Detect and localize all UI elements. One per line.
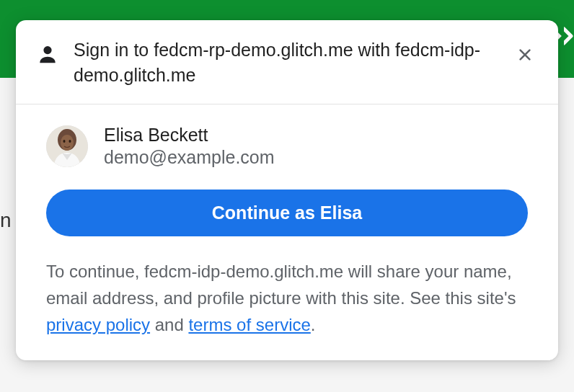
svg-point-6 [69,140,71,143]
svg-point-4 [61,135,74,151]
close-icon [517,47,533,63]
background-partial-text: n [0,209,12,232]
disclosure-connector: and [150,315,188,334]
account-name: Elisa Beckett [104,125,275,146]
svg-point-5 [63,140,66,143]
chevron-right-icon [564,26,574,46]
terms-of-service-link[interactable]: terms of service [188,315,310,334]
disclosure-suffix: . [311,315,316,334]
svg-point-0 [43,46,51,54]
fedcm-signin-dialog: Sign in to fedcm-rp-demo.glitch.me with … [16,20,558,360]
person-icon [36,37,59,66]
dialog-title: Sign in to fedcm-rp-demo.glitch.me with … [74,37,498,88]
account-row[interactable]: Elisa Beckett demo@example.com [46,125,528,168]
avatar [46,125,88,167]
disclosure-prefix: To continue, fedcm-idp-demo.glitch.me wi… [46,262,516,308]
privacy-policy-link[interactable]: privacy policy [46,315,150,334]
close-button[interactable] [512,42,538,68]
disclosure-text: To continue, fedcm-idp-demo.glitch.me wi… [46,258,528,339]
continue-button[interactable]: Continue as Elisa [46,190,528,236]
dialog-header: Sign in to fedcm-rp-demo.glitch.me with … [16,20,558,104]
account-info: Elisa Beckett demo@example.com [104,125,275,168]
dialog-body: Elisa Beckett demo@example.com Continue … [16,104,558,360]
account-email: demo@example.com [104,147,275,168]
